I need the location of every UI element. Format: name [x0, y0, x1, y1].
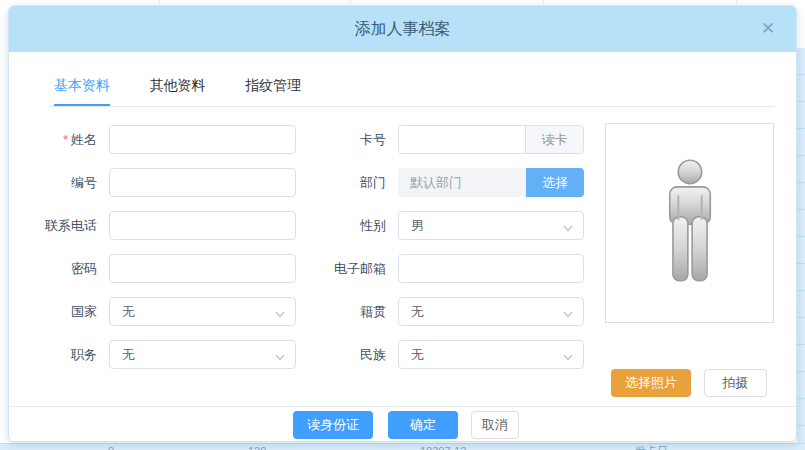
position-select-value: 无	[122, 346, 135, 364]
native-place-label: 籍贯	[318, 303, 386, 321]
email-input[interactable]	[398, 254, 584, 283]
department-value: 默认部门	[398, 168, 526, 197]
tab-bar: 基本资料 其他资料 指纹管理	[49, 76, 774, 107]
form-row-position: 职务 无	[29, 340, 296, 369]
form-column-right: 卡号 读卡 部门 默认部门 选择 性别 男 电子邮箱 籍贯	[318, 125, 584, 369]
password-input[interactable]	[109, 254, 296, 283]
select-photo-button[interactable]: 选择照片	[611, 369, 691, 397]
ethnicity-select-value: 无	[411, 346, 424, 364]
chevron-down-icon	[562, 220, 574, 232]
form-row-department: 部门 默认部门 选择	[318, 168, 584, 197]
gender-select-value: 男	[411, 217, 424, 235]
chevron-down-icon	[562, 349, 574, 361]
cancel-button[interactable]: 取消	[471, 411, 519, 439]
person-silhouette-icon	[658, 158, 722, 288]
country-label: 国家	[29, 303, 97, 321]
background-cell: 发卡日	[635, 445, 668, 450]
tab-fingerprint[interactable]: 指纹管理	[245, 77, 301, 104]
email-label: 电子邮箱	[318, 260, 386, 278]
dialog-title: 添加人事档案	[9, 6, 796, 52]
native-place-select-value: 无	[411, 303, 424, 321]
form-row-name: *姓名	[29, 125, 296, 154]
ethnicity-label: 民族	[318, 346, 386, 364]
form-column-left: *姓名 编号 联系电话 密码 国家 无 职务 无	[29, 125, 296, 369]
form-row-password: 密码	[29, 254, 296, 283]
add-personnel-dialog: 添加人事档案 ✕ 基本资料 其他资料 指纹管理 *姓名 编号 联系电话 密码 国…	[8, 5, 797, 442]
form-row-card-number: 卡号 读卡	[318, 125, 584, 154]
number-input[interactable]	[109, 168, 296, 197]
department-group: 默认部门 选择	[398, 168, 584, 197]
name-label: *姓名	[29, 131, 97, 149]
footer-divider	[9, 406, 796, 407]
close-icon[interactable]: ✕	[758, 19, 778, 39]
ethnicity-select[interactable]: 无	[398, 340, 584, 369]
background-table-rows	[797, 48, 805, 450]
phone-label: 联系电话	[29, 217, 97, 235]
dialog-titlebar: 添加人事档案 ✕	[9, 6, 796, 52]
tab-other-info[interactable]: 其他资料	[149, 77, 205, 104]
background-cell: 18307-12	[420, 445, 467, 450]
read-id-card-button[interactable]: 读身份证	[293, 411, 373, 439]
form-row-gender: 性别 男	[318, 211, 584, 240]
card-number-group: 读卡	[398, 125, 584, 154]
background-cell: 120	[248, 445, 266, 450]
form-row-number: 编号	[29, 168, 296, 197]
chevron-down-icon	[274, 349, 286, 361]
phone-input[interactable]	[109, 211, 296, 240]
background-table-row: 0 120 18307-12 发卡日	[0, 443, 805, 450]
department-select-button[interactable]: 选择	[526, 168, 584, 197]
form-row-ethnicity: 民族 无	[318, 340, 584, 369]
country-select[interactable]: 无	[109, 297, 296, 326]
password-label: 密码	[29, 260, 97, 278]
gender-select[interactable]: 男	[398, 211, 584, 240]
read-card-button[interactable]: 读卡	[525, 126, 583, 153]
ok-button[interactable]: 确定	[388, 411, 458, 439]
background-cell: 0	[108, 445, 114, 450]
position-select[interactable]: 无	[109, 340, 296, 369]
card-number-input[interactable]	[399, 126, 525, 154]
name-input[interactable]	[109, 125, 296, 154]
photo-placeholder	[605, 123, 774, 323]
form-row-phone: 联系电话	[29, 211, 296, 240]
form-row-native-place: 籍贯 无	[318, 297, 584, 326]
form-row-email: 电子邮箱	[318, 254, 584, 283]
tab-basic-info[interactable]: 基本资料	[54, 77, 110, 106]
card-number-label: 卡号	[318, 131, 386, 149]
native-place-select[interactable]: 无	[398, 297, 584, 326]
capture-button[interactable]: 拍摄	[704, 369, 767, 397]
department-label: 部门	[318, 174, 386, 192]
number-label: 编号	[29, 174, 97, 192]
chevron-down-icon	[562, 306, 574, 318]
required-asterisk: *	[63, 132, 68, 147]
form-row-country: 国家 无	[29, 297, 296, 326]
gender-label: 性别	[318, 217, 386, 235]
position-label: 职务	[29, 346, 97, 364]
chevron-down-icon	[274, 306, 286, 318]
country-select-value: 无	[122, 303, 135, 321]
